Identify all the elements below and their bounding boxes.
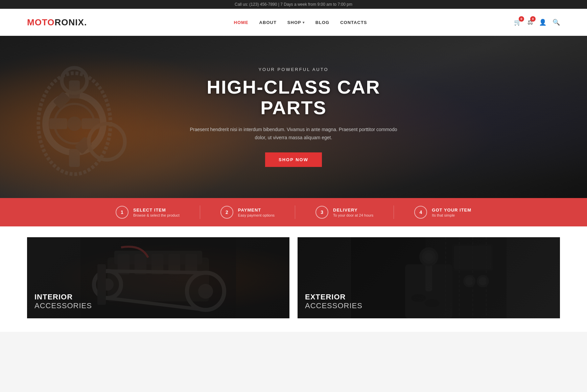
chevron-down-icon: ▾ bbox=[303, 21, 305, 24]
main-nav: HOME ABOUT SHOP ▾ BLOG CONTACTS bbox=[234, 20, 367, 25]
exterior-label-bottom: ACCESSORIES bbox=[305, 301, 362, 310]
svg-rect-4 bbox=[69, 149, 80, 167]
engine-decoration bbox=[20, 49, 128, 198]
cart-badge: 0 bbox=[519, 16, 524, 22]
step-4-content: GOT YOUR ITEM Its that simple bbox=[432, 207, 471, 217]
svg-point-2 bbox=[67, 117, 82, 131]
search-icon: 🔍 bbox=[553, 19, 560, 26]
categories-section: INTERIOR ACCESSORIES bbox=[0, 226, 587, 332]
category-interior[interactable]: INTERIOR ACCESSORIES bbox=[27, 237, 289, 318]
user-icon-wrap[interactable]: 👤 bbox=[539, 19, 546, 26]
step-2: 2 PAYMENT Easy payment options bbox=[220, 206, 275, 219]
step-4: 4 GOT YOUR ITEM Its that simple bbox=[414, 206, 471, 219]
user-icon: 👤 bbox=[539, 19, 546, 26]
category-exterior-label: EXTERIOR ACCESSORIES bbox=[298, 285, 370, 318]
logo-moto: MOTO bbox=[27, 17, 55, 27]
top-bar-text: Call us: (123) 456-7890 | 7 Days a week … bbox=[235, 2, 352, 7]
compare-icon-wrap[interactable]: ⚖ 0 bbox=[527, 19, 533, 26]
step-divider-1 bbox=[200, 205, 200, 219]
logo-ronix: RONIX bbox=[55, 17, 84, 27]
step-3-number: 3 bbox=[315, 206, 328, 219]
step-3-desc: To your door at 24 hours bbox=[333, 213, 373, 217]
step-divider-3 bbox=[394, 205, 394, 219]
step-1-content: SELECT ITEM Browse & select the product bbox=[133, 207, 180, 217]
compare-badge: 0 bbox=[530, 16, 536, 22]
nav-home[interactable]: HOME bbox=[234, 20, 249, 25]
hero-section: YOUR POWERFUL AUTO HIGH-CLASS CAR PARTS … bbox=[0, 36, 587, 198]
nav-blog[interactable]: BLOG bbox=[315, 20, 330, 25]
svg-rect-3 bbox=[69, 80, 80, 98]
top-bar: Call us: (123) 456-7890 | 7 Days a week … bbox=[0, 0, 587, 9]
step-4-title: GOT YOUR ITEM bbox=[432, 207, 471, 213]
step-4-number: 4 bbox=[414, 206, 427, 219]
category-exterior[interactable]: EXTERIOR ACCESSORIES bbox=[298, 237, 560, 318]
hero-subtitle: YOUR POWERFUL AUTO bbox=[185, 67, 402, 72]
step-divider-2 bbox=[295, 205, 295, 219]
shop-now-button[interactable]: SHOP NOW bbox=[265, 152, 322, 167]
step-1-title: SELECT ITEM bbox=[133, 207, 180, 213]
step-2-title: PAYMENT bbox=[238, 207, 275, 213]
svg-rect-5 bbox=[49, 118, 67, 129]
step-2-number: 2 bbox=[220, 206, 233, 219]
interior-label-bottom: ACCESSORIES bbox=[34, 301, 92, 310]
logo-dot: . bbox=[84, 17, 87, 27]
hero-content: YOUR POWERFUL AUTO HIGH-CLASS CAR PARTS … bbox=[179, 67, 408, 167]
nav-about[interactable]: ABOUT bbox=[259, 20, 277, 25]
step-2-desc: Easy payment options bbox=[238, 213, 275, 217]
hero-description: Praesent hendrerit nisi in interdum bibe… bbox=[185, 126, 402, 142]
header-icons: 🛒 0 ⚖ 0 👤 🔍 bbox=[514, 19, 560, 26]
nav-shop[interactable]: SHOP ▾ bbox=[287, 20, 305, 25]
nav-contacts[interactable]: CONTACTS bbox=[340, 20, 367, 25]
step-3-content: DELIVERY To your door at 24 hours bbox=[333, 207, 373, 217]
step-3-title: DELIVERY bbox=[333, 207, 373, 213]
category-interior-label: INTERIOR ACCESSORIES bbox=[27, 285, 99, 318]
hero-title: HIGH-CLASS CAR PARTS bbox=[185, 77, 402, 118]
cart-icon-wrap[interactable]: 🛒 0 bbox=[514, 19, 521, 26]
step-3: 3 DELIVERY To your door at 24 hours bbox=[315, 206, 373, 219]
step-4-desc: Its that simple bbox=[432, 213, 471, 217]
step-1: 1 SELECT ITEM Browse & select the produc… bbox=[116, 206, 180, 219]
step-1-number: 1 bbox=[116, 206, 128, 219]
step-2-content: PAYMENT Easy payment options bbox=[238, 207, 275, 217]
search-icon-btn[interactable]: 🔍 bbox=[553, 19, 560, 26]
exterior-label-top: EXTERIOR bbox=[305, 293, 362, 301]
header: MOTORONIX. HOME ABOUT SHOP ▾ BLOG CONTAC… bbox=[0, 9, 587, 36]
steps-bar: 1 SELECT ITEM Browse & select the produc… bbox=[0, 198, 587, 226]
logo[interactable]: MOTORONIX. bbox=[27, 17, 87, 28]
step-1-desc: Browse & select the product bbox=[133, 213, 180, 217]
interior-label-top: INTERIOR bbox=[34, 293, 92, 301]
